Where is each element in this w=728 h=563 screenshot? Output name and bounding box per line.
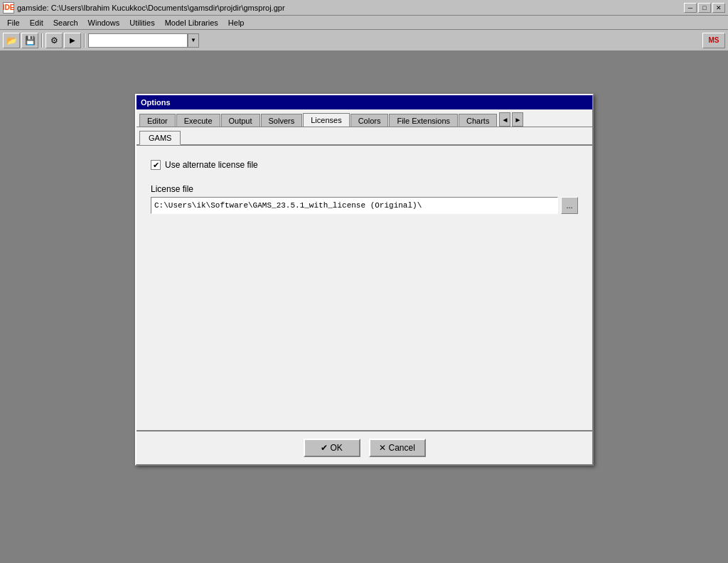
toolbar-save-button[interactable]: 💾: [21, 33, 38, 48]
toolbar-sep1: [41, 33, 43, 48]
minimize-button[interactable]: ─: [684, 3, 697, 13]
toolbar-dropdown-arrow[interactable]: ▼: [188, 33, 199, 48]
dialog-titlebar: Options: [136, 95, 592, 109]
tab-file-extensions[interactable]: File Extensions: [389, 114, 458, 127]
toolbar: 📂 💾 ⚙ ▶ ▼ MS: [0, 30, 728, 51]
license-file-label: License file: [151, 184, 578, 194]
license-file-input-row: ...: [151, 197, 578, 214]
tab-solvers[interactable]: Solvers: [261, 114, 303, 127]
menu-windows[interactable]: Windows: [84, 17, 124, 28]
app-titlebar: IDE gamside: C:\Users\Ibrahim Kucukkoc\D…: [0, 0, 728, 16]
tab-charts[interactable]: Charts: [459, 114, 497, 127]
tab-bar: Editor Execute Output Solvers Licenses C…: [136, 109, 592, 127]
menu-bar: File Edit Search Windows Utilities Model…: [0, 16, 728, 30]
dialog-title: Options: [141, 98, 588, 107]
browse-button[interactable]: ...: [561, 197, 578, 214]
menu-help[interactable]: Help: [224, 17, 249, 28]
tab-scroll-left[interactable]: ◄: [499, 112, 510, 127]
tab-output[interactable]: Output: [221, 114, 260, 127]
toolbar-extra-button[interactable]: MS: [702, 33, 725, 48]
options-dialog: Options Editor Execute Output Solvers Li…: [135, 94, 594, 466]
main-area: Options Editor Execute Output Solvers Li…: [0, 51, 728, 563]
toolbar-settings-button[interactable]: ⚙: [46, 33, 63, 48]
alternate-license-row: ✔ Use alternate license file: [151, 160, 578, 170]
license-file-input[interactable]: [151, 197, 558, 214]
cancel-button[interactable]: ✕ Cancel: [369, 439, 426, 457]
tab-editor[interactable]: Editor: [139, 114, 176, 127]
toolbar-run-button[interactable]: ▶: [64, 33, 81, 48]
alternate-license-label: Use alternate license file: [165, 160, 258, 170]
tab-licenses[interactable]: Licenses: [303, 113, 349, 127]
menu-file[interactable]: File: [3, 17, 24, 28]
menu-model-libraries[interactable]: Model Libraries: [161, 17, 223, 28]
menu-edit[interactable]: Edit: [26, 17, 48, 28]
alternate-license-checkbox[interactable]: ✔: [151, 160, 161, 170]
dialog-content: ✔ Use alternate license file License fil…: [136, 146, 592, 430]
toolbar-open-button[interactable]: 📂: [3, 33, 20, 48]
titlebar-controls: ─ □ ✕: [684, 3, 725, 13]
app-title: gamside: C:\Users\Ibrahim Kucukkoc\Docum…: [17, 4, 684, 12]
tab-colors[interactable]: Colors: [350, 114, 389, 127]
menu-utilities[interactable]: Utilities: [125, 17, 159, 28]
toolbar-right: MS: [702, 33, 725, 48]
toolbar-sep2: [84, 33, 85, 48]
license-file-section: License file ...: [151, 184, 578, 214]
close-button[interactable]: ✕: [712, 3, 725, 13]
maximize-button[interactable]: □: [698, 3, 711, 13]
tab-execute[interactable]: Execute: [176, 114, 220, 127]
app-icon: IDE: [3, 2, 14, 14]
checkbox-check-mark: ✔: [153, 161, 159, 170]
toolbar-search-input[interactable]: [88, 33, 188, 48]
tab-scroll-right[interactable]: ►: [512, 112, 523, 127]
sub-tab-bar: GAMS: [136, 127, 592, 146]
menu-search[interactable]: Search: [49, 17, 82, 28]
ok-button[interactable]: ✔ OK: [304, 439, 360, 457]
dialog-footer: ✔ OK ✕ Cancel: [136, 430, 592, 464]
sub-tab-gams[interactable]: GAMS: [139, 131, 181, 145]
